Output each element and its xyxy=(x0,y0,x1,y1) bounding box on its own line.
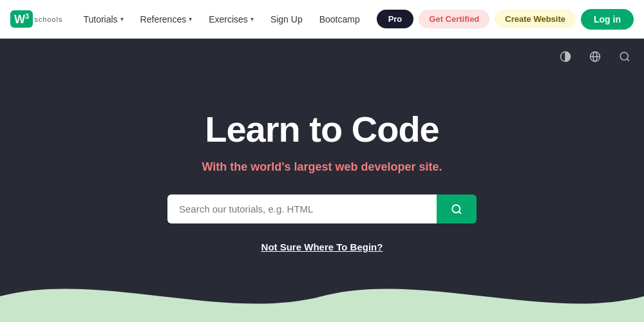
nav-right: Pro Get Certified Create Website Log in xyxy=(377,9,634,30)
navbar: W3 schools Tutorials ▾ References ▾ Exer… xyxy=(0,0,644,39)
nav-tutorials[interactable]: Tutorials ▾ xyxy=(75,9,131,30)
logo[interactable]: W3 schools xyxy=(10,10,62,28)
svg-line-5 xyxy=(627,59,629,61)
not-sure-link[interactable]: Not Sure Where To Begin? xyxy=(261,242,383,252)
hero-title: Learn to Code xyxy=(205,108,439,150)
get-certified-button[interactable]: Get Certified xyxy=(419,10,489,28)
nav-exercises[interactable]: Exercises ▾ xyxy=(201,9,261,30)
nav-exercises-label: Exercises xyxy=(209,14,248,24)
contrast-toggle-icon[interactable] xyxy=(556,48,574,66)
pro-button[interactable]: Pro xyxy=(377,10,414,28)
search-input[interactable] xyxy=(167,194,437,223)
chevron-down-icon: ▾ xyxy=(120,15,124,23)
nav-bootcamp[interactable]: Bootcamp xyxy=(312,9,368,30)
wave-decoration xyxy=(0,270,644,322)
nav-references-label: References xyxy=(140,14,187,24)
search-icon[interactable] xyxy=(616,48,634,66)
hero-subtitle: With the world's largest web developer s… xyxy=(202,160,442,174)
nav-signup[interactable]: Sign Up xyxy=(263,9,310,30)
nav-links: Tutorials ▾ References ▾ Exercises ▾ Sig… xyxy=(75,9,376,30)
hero-section: Learn to Code With the world's largest w… xyxy=(0,39,644,322)
search-bar xyxy=(167,194,477,223)
login-button[interactable]: Log in xyxy=(581,9,634,30)
logo-sub: schools xyxy=(34,15,62,23)
create-website-button[interactable]: Create Website xyxy=(495,10,576,28)
svg-point-6 xyxy=(452,205,460,213)
chevron-down-icon: ▾ xyxy=(251,15,254,23)
svg-point-4 xyxy=(620,52,628,60)
nav-references[interactable]: References ▾ xyxy=(133,9,200,30)
svg-line-7 xyxy=(459,211,460,213)
nav-tutorials-label: Tutorials xyxy=(83,14,117,24)
nav-signup-label: Sign Up xyxy=(270,14,303,24)
chevron-down-icon: ▾ xyxy=(189,15,192,23)
nav-bootcamp-label: Bootcamp xyxy=(319,14,360,24)
hero-icon-bar xyxy=(556,48,634,66)
logo-superscript: 3 xyxy=(25,12,29,20)
logo-w3: W3 xyxy=(14,13,29,25)
logo-box: W3 xyxy=(10,10,33,28)
globe-icon[interactable] xyxy=(586,48,604,66)
search-submit-button[interactable] xyxy=(437,194,477,223)
